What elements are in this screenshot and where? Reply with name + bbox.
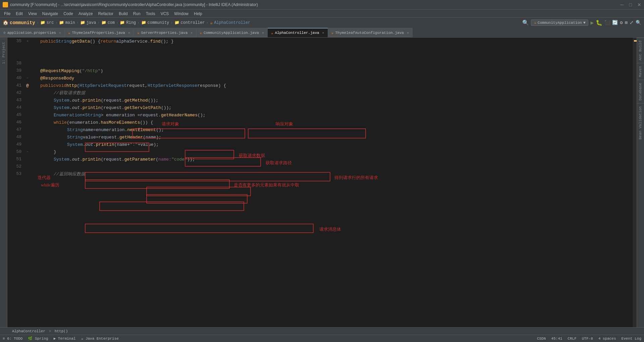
line-num-51: 51 [9,156,21,163]
line-num-49: 49 [9,141,21,148]
ant-build-panel[interactable]: Ant Build [637,38,644,63]
expand-button[interactable]: ⤢ [630,20,634,25]
todo-item[interactable]: ≡ 6: TODO [3,337,22,341]
gutter-44 [24,104,31,111]
tab-community-application[interactable]: ☕ CommunityApplication.java ✕ [196,28,268,37]
menu-vcs[interactable]: VCS [158,11,172,17]
gutter-51 [24,156,31,163]
menu-code[interactable]: Code [61,11,76,17]
stop-button[interactable]: ⬛ [604,20,610,25]
tab-thymeleaf-properties[interactable]: ☕ ThymeleafProperties.java ✕ [65,28,134,37]
menu-tools[interactable]: Tools [143,11,158,17]
line-num-38: 38 [9,60,21,67]
menu-help[interactable]: Help [191,11,205,17]
run-config-label: CommunityApplication [538,21,582,25]
gutter-43 [24,97,31,104]
breadcrumb-classname[interactable]: AlphaController [214,20,250,25]
search-icon[interactable]: 🔍 [522,19,529,26]
bottom-class: AlphaController [12,329,45,333]
dropdown-icon: ▼ [583,21,586,25]
breadcrumb-java[interactable]: java [87,20,96,25]
breadcrumb-project[interactable]: community [10,20,35,25]
fold-icon-40[interactable]: − [26,76,29,80]
breadcrumb-src-icon: 📁 [40,20,45,25]
fold-icon-50[interactable]: − [26,150,29,154]
tab-close-icon[interactable]: ✕ [407,31,409,35]
fold-icon-35[interactable]: + [26,39,29,43]
gutter-38 [24,60,31,67]
sync-button[interactable]: 🔄 [612,20,618,25]
menu-run[interactable]: Run [130,11,143,17]
breadcrumb-community[interactable]: community [148,20,169,25]
menu-edit[interactable]: Edit [13,11,25,17]
gutter-41: @ [24,82,31,89]
bottom-method: http() [55,329,68,333]
tab-alpha-controller[interactable]: ☕ AlphaController.java ✕ [268,28,328,37]
breadcrumb-bar: 🏠 community › 📁 src › 📁 main › 📁 java › … [0,17,644,27]
code-line-42: //获取请求数据 [34,89,630,97]
code-line-50: } [34,148,630,156]
gutter-48 [24,133,31,141]
database-panel[interactable]: Database [637,80,644,103]
run-config-selector[interactable]: ☕ CommunityApplication ▼ [531,19,588,26]
tab-application-properties[interactable]: ⚙ application.properties ✕ [0,28,65,37]
menu-file[interactable]: File [1,11,13,17]
event-log[interactable]: Event Log [622,337,641,341]
breadcrumb-com[interactable]: com [108,20,115,25]
breadcrumb-controller[interactable]: controller [181,20,205,25]
java-enterprise-item[interactable]: ☕ Java Enterprise [81,336,119,341]
debug-button[interactable]: 🐛 [596,19,602,26]
line-num-48: 48 [9,133,21,141]
scrollbar[interactable] [633,38,637,327]
app-window: community [F:\community] - ...\src\main\… [0,0,644,342]
breadcrumb-src[interactable]: src [47,20,54,25]
maximize-button[interactable]: □ [629,2,632,7]
tab-close-icon[interactable]: ✕ [191,31,193,35]
menu-window[interactable]: Window [171,11,191,17]
code-editor[interactable]: 35 38 39 40 41 42 43 44 45 46 47 48 49 5… [7,38,637,327]
menu-navigate[interactable]: Navigate [40,11,61,17]
tab-icon: ☕ [271,31,273,35]
code-line-45: Enumeration < String > enumeration =requ… [34,111,630,119]
bottom-breadcrumb: AlphaController > http() [12,329,68,333]
code-line-36 [34,45,630,52]
status-position: 45:41 [551,337,562,341]
code-line-38 [34,60,630,67]
line-num-41: 41 [9,82,21,89]
minimize-button[interactable]: ─ [621,2,624,7]
tab-thymeleaf-autoconfig[interactable]: ☕ ThymeleafAutoConfiguration.java ✕ [328,28,413,37]
project-icon: 🏠 [3,20,8,25]
more-button[interactable]: 🔍 [636,20,641,25]
menu-refactor[interactable]: Refactor [96,11,116,17]
toolbar-right: 🔍 ☕ CommunityApplication ▼ ▶ 🐛 ⬛ 🔄 ⚙ ⊞ ⤢… [522,19,641,26]
layout-button[interactable]: ⊞ [625,20,628,25]
spring-item[interactable]: 🌿 Spring [28,336,48,341]
bean-validation-panel[interactable]: Bean Validation [637,103,644,142]
tab-close-icon[interactable]: ✕ [322,31,324,35]
line-num-40: 40 [9,74,21,82]
settings-button[interactable]: ⚙ [620,20,623,25]
line-num-37 [9,52,21,60]
menu-view[interactable]: View [25,11,40,17]
code-content[interactable]: public String getData () { return alphaS… [31,38,633,327]
code-line-44: System . out . println (request. getServ… [34,104,630,111]
at-icon-41: @ [26,83,29,88]
terminal-item[interactable]: ▶ Terminal [54,336,76,341]
project-tab[interactable]: 1: Project [0,39,7,67]
tab-close-icon[interactable]: ✕ [59,31,61,35]
tab-icon: ☕ [68,31,70,35]
close-button[interactable]: ✕ [637,2,641,7]
tab-close-icon[interactable]: ✕ [262,31,264,35]
breadcrumb-main[interactable]: main [65,20,75,25]
run-button[interactable]: ▶ [590,19,594,26]
scroll-marker [634,40,637,42]
tab-close-icon[interactable]: ✕ [128,31,130,35]
title-bar: community [F:\community] - ...\src\main\… [0,0,644,9]
menu-analyze[interactable]: Analyze [76,11,96,17]
breadcrumb-ring[interactable]: Ring [126,20,136,25]
tab-icon: ⚙ [3,31,6,35]
line-num-47: 47 [9,126,21,133]
maven-panel[interactable]: Maven [637,63,644,80]
menu-build[interactable]: Build [116,11,130,17]
tab-server-properties[interactable]: ☕ ServerProperties.java ✕ [134,28,196,37]
